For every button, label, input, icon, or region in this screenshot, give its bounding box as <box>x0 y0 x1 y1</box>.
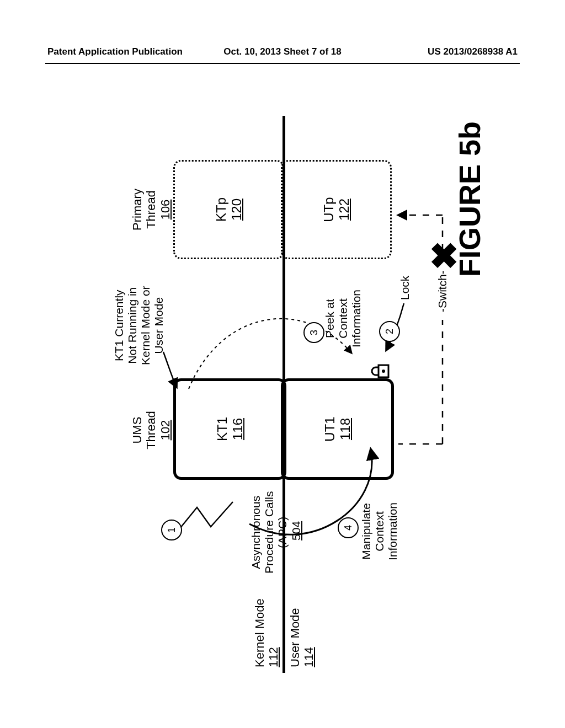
step-4-num: 4 <box>343 525 354 531</box>
ums-thread-title: UMS Thread 102 <box>130 381 172 480</box>
step-4-icon: 4 <box>338 517 359 538</box>
step-3-num: 3 <box>308 330 320 335</box>
switch-label: -Switch- <box>436 270 449 312</box>
step-2-icon: 2 <box>379 321 400 342</box>
primary-ut-name: UTp <box>321 197 336 222</box>
ums-user-half: UT1 118 <box>281 378 394 480</box>
header-center: Oct. 10, 2013 Sheet 7 of 18 <box>223 46 342 57</box>
kernel-mode-label: Kernel Mode 112 <box>253 598 281 667</box>
primary-thread-title-ref: 106 <box>158 200 172 220</box>
page-header: Patent Application Publication Oct. 10, … <box>45 46 520 64</box>
ums-kt-ref: 116 <box>230 418 245 440</box>
header-right: US 2013/0268938 A1 <box>428 46 518 57</box>
not-running-note: KT1 Currently Not Running in Kernel Mode… <box>113 286 166 365</box>
user-mode-ref: 114 <box>302 647 316 667</box>
user-mode-name: User Mode <box>288 608 302 667</box>
ums-kt-name: KT1 <box>215 417 230 441</box>
ums-ut-name: UT1 <box>322 416 337 441</box>
step-1-icon: 1 <box>161 520 182 540</box>
kernel-mode-ref: 112 <box>266 647 280 667</box>
figure-label: FIGURE 5b <box>452 121 487 277</box>
primary-user-half: UTp 122 <box>281 160 392 259</box>
primary-ut-ref: 122 <box>337 199 351 221</box>
switch-text: Switch <box>436 274 449 308</box>
step-3-icon: 3 <box>303 322 324 343</box>
diagram: Kernel Mode 112 User Mode 114 UMS Thread… <box>73 99 492 695</box>
primary-kernel-half: KTp 120 <box>173 160 284 259</box>
lock-label: Lock <box>398 276 412 300</box>
ums-kernel-half: KT1 116 <box>173 378 286 480</box>
primary-thread-title-text: Primary Thread <box>130 189 158 231</box>
lock-icon <box>367 360 391 383</box>
apc-text: Asynchronous Procedure Calls (APC) <box>249 491 289 574</box>
primary-kt-name: KTp <box>214 197 228 222</box>
manipulate-label: Manipulate Context Information <box>360 502 399 560</box>
primary-thread-title: Primary Thread 106 <box>130 160 172 259</box>
ums-ut-ref: 118 <box>338 418 353 440</box>
user-mode-label: User Mode 114 <box>288 608 316 667</box>
apc-ref: 504 <box>290 521 302 540</box>
header-left: Patent Application Publication <box>47 46 183 57</box>
page: Patent Application Publication Oct. 10, … <box>0 0 565 728</box>
ums-thread-title-ref: 102 <box>158 420 172 441</box>
apc-label: Asynchronous Procedure Calls (APC) 504 <box>236 491 303 574</box>
kernel-mode-name: Kernel Mode <box>253 598 266 667</box>
step-1-num: 1 <box>166 527 178 533</box>
peek-label: Peek at Context Information <box>323 290 363 347</box>
svg-point-4 <box>382 370 385 373</box>
primary-kt-ref: 120 <box>229 199 244 221</box>
step-2-num: 2 <box>384 329 396 334</box>
ums-thread-title-text: UMS Thread <box>130 411 158 449</box>
